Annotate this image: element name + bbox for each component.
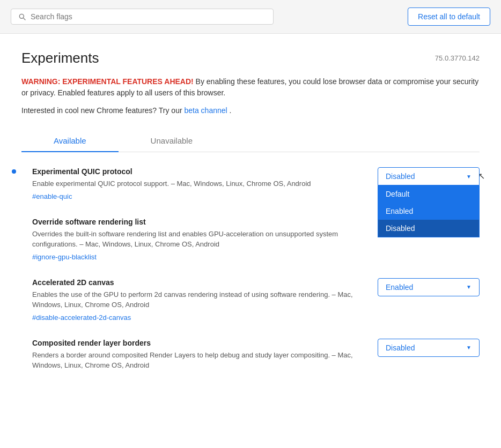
tab-unavailable[interactable]: Unavailable: [119, 130, 225, 152]
dropdown-selected-composited: Disabled: [386, 344, 415, 352]
search-input[interactable]: [31, 12, 267, 21]
dropdown-btn-quic[interactable]: Disabled ▼: [378, 167, 480, 185]
feature-title-canvas: Accelerated 2D canvas: [32, 278, 362, 287]
dropdown-btn-composited[interactable]: Disabled ▼: [378, 339, 480, 357]
feature-content-canvas: Accelerated 2D canvas Enables the use of…: [21, 278, 378, 322]
search-icon: [18, 12, 26, 21]
dropdown-btn-canvas[interactable]: Enabled ▼: [378, 278, 480, 296]
info-text: Interested in cool new Chrome features? …: [21, 106, 480, 115]
feature-link-override-rendering[interactable]: #ignore-gpu-blacklist: [32, 253, 97, 261]
page-title: Experiments: [21, 50, 99, 66]
chevron-down-icon-3: ▼: [466, 284, 471, 290]
search-input-wrapper: [11, 9, 274, 25]
page-header: Experiments 75.0.3770.142: [21, 50, 480, 66]
dropdown-menu-quic: Default Enabled Disabled: [378, 185, 480, 237]
chevron-down-icon: ▼: [466, 174, 471, 180]
dropdown-option-default[interactable]: Default: [378, 185, 479, 203]
main-content: Experiments 75.0.3770.142 WARNING: EXPER…: [0, 34, 501, 407]
feature-title-composited: Composited render layer borders: [32, 339, 362, 347]
chevron-down-icon-4: ▼: [466, 345, 471, 350]
feature-title-override-rendering: Override software rendering list: [32, 218, 362, 226]
dropdown-selected-canvas: Enabled: [386, 283, 413, 292]
feature-desc-composited: Renders a border around composited Rende…: [32, 350, 362, 371]
feature-item-composited: Composited render layer borders Renders …: [21, 339, 480, 374]
tab-available[interactable]: Available: [21, 130, 119, 152]
feature-title-quic: Experimental QUIC protocol: [32, 167, 362, 176]
dropdown-selected-quic: Disabled: [386, 172, 415, 181]
dropdown-canvas[interactable]: Enabled ▼: [378, 278, 480, 296]
feature-item-quic: Experimental QUIC protocol Enable experi…: [21, 167, 480, 200]
feature-desc-quic: Enable experimental QUIC protocol suppor…: [32, 178, 362, 189]
info-text-after: .: [230, 106, 232, 115]
feature-content-quic: Experimental QUIC protocol Enable experi…: [21, 167, 378, 200]
feature-content-override-rendering: Override software rendering list Overrid…: [21, 218, 378, 261]
dropdown-option-enabled[interactable]: Enabled: [378, 203, 479, 220]
search-bar-area: Reset all to default: [0, 0, 501, 34]
feature-link-quic[interactable]: #enable-quic: [32, 192, 72, 200]
dropdown-option-disabled[interactable]: Disabled: [378, 220, 479, 237]
warning-text: WARNING: EXPERIMENTAL FEATURES AHEAD! By…: [21, 76, 480, 99]
tabs-container: Available Unavailable: [21, 130, 480, 152]
feature-content-composited: Composited render layer borders Renders …: [21, 339, 378, 374]
reset-all-button[interactable]: Reset all to default: [408, 8, 490, 26]
beta-channel-link[interactable]: beta channel: [184, 106, 227, 115]
feature-desc-override-rendering: Overrides the built-in software renderin…: [32, 229, 362, 250]
warning-label: WARNING: EXPERIMENTAL FEATURES AHEAD!: [21, 77, 194, 86]
feature-link-canvas[interactable]: #disable-accelerated-2d-canvas: [32, 313, 131, 322]
dropdown-quic[interactable]: Disabled ▼ Default Enabled Disabled ↖: [378, 167, 480, 185]
version-text: 75.0.3770.142: [435, 54, 480, 62]
info-text-before: Interested in cool new Chrome features? …: [21, 106, 184, 115]
feature-item-canvas: Accelerated 2D canvas Enables the use of…: [21, 278, 480, 322]
feature-desc-canvas: Enables the use of the GPU to perform 2d…: [32, 289, 362, 310]
dropdown-composited[interactable]: Disabled ▼: [378, 339, 480, 357]
